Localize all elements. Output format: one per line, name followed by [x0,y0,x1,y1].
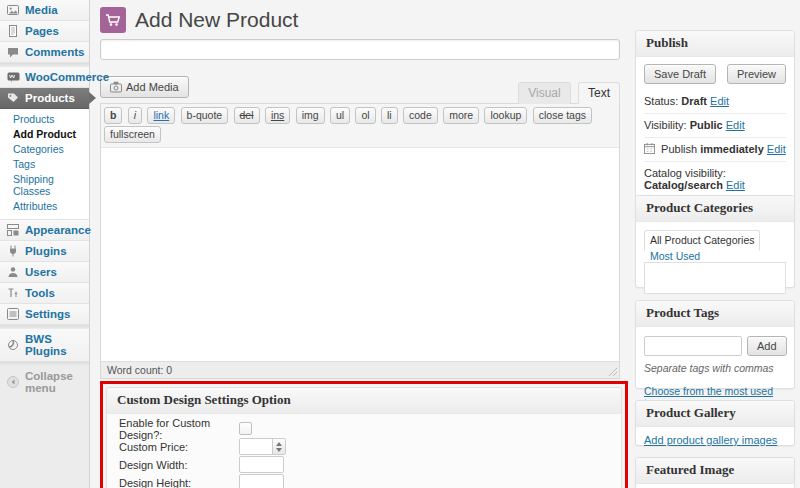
cart-icon [100,7,126,33]
catalog-visibility-value: Catalog/search [644,179,723,191]
custom-price-input[interactable] [240,439,272,454]
product-tags-box: Product Tags Add Separate tags with comm… [635,300,795,389]
calendar-icon [644,143,655,154]
sidebar-item-label: Comments [25,46,84,58]
add-media-button[interactable]: Add Media [100,76,189,98]
products-icon [6,92,20,104]
quicktag-img-button[interactable]: img [296,107,325,124]
product-gallery-box: Product Gallery Add product gallery imag… [635,400,795,446]
category-list-panel[interactable] [644,262,786,294]
sidebar-subitem-tags[interactable]: Tags [0,157,89,172]
tab-all-categories[interactable]: All Product Categories [644,230,760,251]
edit-catalog-visibility-link[interactable]: Edit [726,179,745,191]
quicktags-toolbar: b i link b-quote del ins img ul ol li co… [101,104,619,148]
quicktag-b-button[interactable]: b [104,107,122,124]
sidebar-subitem-categories[interactable]: Categories [0,142,89,157]
content-textarea[interactable] [101,148,619,361]
sidebar-subitem-products[interactable]: Products [0,112,89,127]
tab-most-used[interactable]: Most Used [650,250,700,262]
quicktag-link-button[interactable]: link [147,107,175,124]
quicktag-i-button[interactable]: i [128,107,142,124]
sidebar-item-appearance[interactable]: Appearance [0,220,89,241]
quicktag-code-button[interactable]: code [403,107,438,124]
sidebar-item-woocommerce[interactable]: WooCommerce [0,67,89,88]
quicktag-bquote-button[interactable]: b-quote [181,107,229,124]
page-header: Add New Product [100,6,620,34]
settings-icon [6,308,20,320]
quicktag-fullscreen-button[interactable]: fullscreen [104,126,161,143]
visibility-value: Public [690,119,723,131]
sidebar-item-label: Plugins [25,245,67,257]
custom-design-postbox: Custom Design Settings Option Enable for… [106,387,622,488]
spinner-down-icon[interactable] [276,448,282,455]
sidebar-item-settings[interactable]: Settings [0,304,89,325]
schedule-label: Publish [661,143,697,155]
woocommerce-icon [6,71,20,83]
resize-grip-icon[interactable] [606,365,618,377]
media-icon [6,4,20,16]
tab-text[interactable]: Text [578,82,620,104]
collapse-menu-icon [6,376,20,388]
status-label: Status: [644,95,678,107]
design-height-row: Design Height: [119,474,609,488]
tab-visual[interactable]: Visual [518,82,570,104]
design-width-input[interactable] [239,456,284,473]
edit-status-link[interactable]: Edit [710,95,729,107]
quicktag-ul-button[interactable]: ul [330,107,350,124]
save-draft-button[interactable]: Save Draft [644,64,716,84]
add-tag-button[interactable]: Add [747,336,787,356]
appearance-icon [6,224,20,236]
publish-minor-actions: Save Draft Preview [636,57,794,90]
quicktag-closetags-button[interactable]: close tags [533,107,592,124]
product-title-input[interactable] [100,39,620,60]
sidebar-item-pages[interactable]: Pages [0,21,89,42]
sidebar-subitem-add-product[interactable]: Add Product [0,127,89,142]
sidebar-item-bws-plugins[interactable]: BWS Plugins [0,329,89,362]
quicktag-li-button[interactable]: li [381,107,398,124]
featured-image-body: Set featured image [636,484,794,488]
spinner-up-icon[interactable] [276,439,282,446]
custom-price-row: Custom Price: [119,438,609,455]
custom-price-label: Custom Price: [119,441,239,453]
main-content: Add New Product Add Media Visual Text b … [100,0,620,488]
sidebar-subitem-shipping-classes[interactable]: Shipping Classes [0,172,89,199]
sidebar-subitem-attributes[interactable]: Attributes [0,199,89,214]
editor-status-bar: Word count: 0 [101,361,619,378]
tag-input-row: Add [636,327,794,360]
custom-design-body: Enable for Custom Design?: Custom Price:… [107,414,621,488]
sidebar-item-label: Pages [25,25,59,37]
sidebar-item-plugins[interactable]: Plugins [0,241,89,262]
product-tags-title: Product Tags [636,301,794,327]
collapse-menu-button[interactable]: Collapse menu [0,366,89,398]
add-gallery-images-link[interactable]: Add product gallery images [644,434,777,446]
quicktag-lookup-button[interactable]: lookup [484,107,527,124]
quicktag-ol-button[interactable]: ol [355,107,375,124]
price-spinner[interactable] [272,439,285,454]
tags-hint: Separate tags with commas [636,360,794,378]
sidebar-item-label: Tools [25,287,55,299]
sidebar-item-products[interactable]: Products [0,88,89,109]
edit-visibility-link[interactable]: Edit [726,119,745,131]
custom-design-highlight: Custom Design Settings Option Enable for… [100,381,628,488]
preview-button[interactable]: Preview [727,64,786,84]
edit-schedule-link[interactable]: Edit [767,143,786,155]
design-height-input[interactable] [239,474,284,488]
quicktag-ins-button[interactable]: ins [265,107,290,124]
status-value: Draft [681,95,707,107]
custom-design-title: Custom Design Settings Option [107,388,621,414]
tools-icon [6,287,20,299]
sidebar-item-label: Products [25,92,75,104]
sidebar-item-tools[interactable]: Tools [0,283,89,304]
quicktag-more-button[interactable]: more [443,107,479,124]
editor-mode-tabs: Visual Text [514,82,620,104]
sidebar-item-users[interactable]: Users [0,262,89,283]
sidebar-item-comments[interactable]: Comments [0,42,89,63]
admin-sidebar: Media Pages Comments WooCommerce Product… [0,0,90,488]
visibility-label: Visibility: [644,119,687,131]
new-tag-input[interactable] [644,336,742,356]
sidebar-item-media[interactable]: Media [0,0,89,21]
quicktag-del-button[interactable]: del [234,107,260,124]
sidebar-item-label: Settings [25,308,70,320]
enable-custom-design-checkbox[interactable] [239,422,252,435]
design-width-label: Design Width: [119,459,239,471]
